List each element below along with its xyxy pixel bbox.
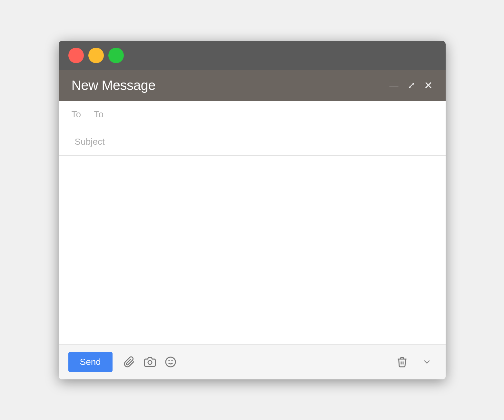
svg-point-0 <box>148 360 152 364</box>
maximize-traffic-light[interactable] <box>108 48 124 63</box>
expand-button[interactable]: ⤢ <box>408 81 415 90</box>
body-input[interactable] <box>72 162 433 338</box>
header-bar: New Message — ⤢ ✕ <box>59 70 446 101</box>
close-traffic-light[interactable] <box>68 48 84 63</box>
minimize-traffic-light[interactable] <box>88 48 104 63</box>
emoji-icon <box>165 356 176 368</box>
minimize-button[interactable]: — <box>390 81 399 90</box>
subject-field-row <box>59 128 446 156</box>
chevron-down-icon <box>422 357 431 366</box>
subject-input[interactable] <box>75 137 433 147</box>
toolbar: Send <box>59 344 446 379</box>
camera-button[interactable] <box>140 353 160 371</box>
trash-icon <box>396 356 408 368</box>
svg-point-1 <box>166 357 175 367</box>
to-field-row: To <box>59 101 446 128</box>
attach-button[interactable] <box>119 353 140 371</box>
send-button[interactable]: Send <box>68 352 113 372</box>
title-bar <box>59 41 446 70</box>
camera-icon <box>144 356 156 368</box>
paperclip-icon <box>124 356 135 368</box>
trash-button[interactable] <box>392 353 412 371</box>
close-button[interactable]: ✕ <box>424 80 433 91</box>
emoji-button[interactable] <box>160 353 181 371</box>
compose-window: New Message — ⤢ ✕ To Send <box>59 41 446 379</box>
toolbar-divider <box>415 354 415 370</box>
traffic-lights <box>68 48 124 63</box>
compose-area: To <box>59 101 446 344</box>
compose-title: New Message <box>72 78 156 93</box>
body-area <box>59 156 446 344</box>
to-input[interactable] <box>94 109 433 120</box>
header-controls: — ⤢ ✕ <box>390 80 433 91</box>
more-button[interactable] <box>418 354 436 370</box>
to-label: To <box>72 109 91 120</box>
toolbar-right <box>392 353 436 371</box>
